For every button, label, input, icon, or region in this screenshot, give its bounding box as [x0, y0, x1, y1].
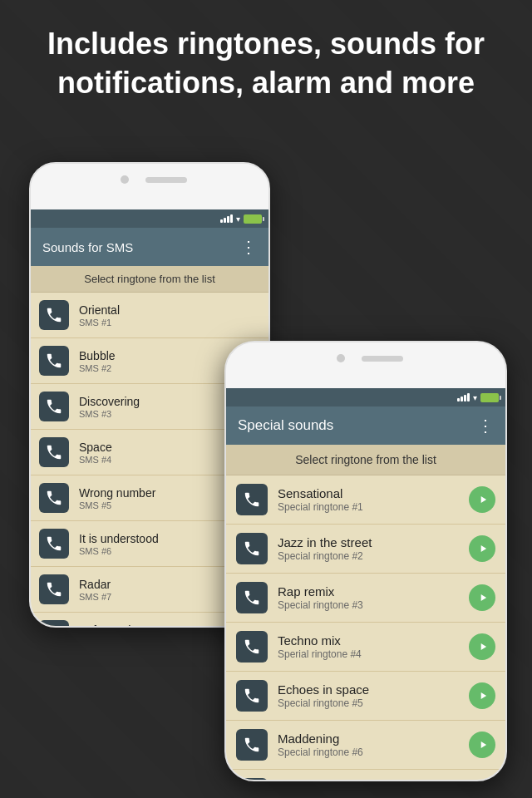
- list-item[interactable]: Oriental SMS #1: [31, 293, 268, 338]
- list-item[interactable]: Jazz in the street Special ringtone #2: [226, 525, 505, 574]
- ringtone-info: Oriental SMS #1: [79, 303, 260, 328]
- phone1-speaker: [145, 177, 187, 183]
- list-item[interactable]: Echoes in space Special ringtone #5: [226, 672, 505, 721]
- ringtone-sub: Sperial ringtone #4: [278, 648, 459, 660]
- phone2-select-label: Select ringtone from the list: [226, 445, 505, 475]
- ringtone-name: Echoes in space: [278, 682, 459, 697]
- ringtone-icon: [39, 300, 69, 330]
- ringtone-name: Creative melody: [278, 781, 459, 781]
- phone2-wifi-icon: ▾: [473, 393, 477, 402]
- ringtone-info: Jazz in the street Special ringtone #2: [278, 535, 459, 562]
- play-button[interactable]: [469, 584, 495, 611]
- ringtone-info: Echoes in space Special ringtone #5: [278, 682, 459, 709]
- phone2-app-title: Special sounds: [238, 417, 333, 434]
- ringtone-name: Sensational: [278, 486, 459, 500]
- ringtone-name: Techno mix: [278, 633, 459, 648]
- ringtone-icon: [236, 631, 268, 663]
- list-item[interactable]: Creative melody Special ringtone #7: [226, 770, 505, 781]
- ringtone-icon: [236, 484, 268, 515]
- phone2-camera: [337, 354, 345, 362]
- ringtone-icon: [39, 392, 69, 421]
- ringtone-info: Maddening Special ringtone #6: [278, 732, 459, 758]
- ringtone-info: Creative melody Special ringtone #7: [278, 781, 459, 781]
- ringtone-sub: Special ringtone #5: [278, 697, 459, 709]
- ringtone-sub: Special ringtone #1: [278, 501, 459, 513]
- phone1-signal-icon: [220, 214, 233, 223]
- phone2-signal-icon: [457, 393, 470, 401]
- phone2-menu-icon[interactable]: ⋮: [477, 416, 494, 436]
- phone1-top-bar: [31, 164, 268, 209]
- ringtone-name: Rap remix: [278, 584, 459, 598]
- list-item[interactable]: Techno mix Sperial ringtone #4: [226, 623, 505, 672]
- ringtone-info: Rap remix Special ringtone #3: [278, 584, 459, 611]
- phone2-app-header: Special sounds ⋮: [226, 406, 505, 445]
- ringtone-icon: [39, 437, 69, 467]
- phone1-menu-icon[interactable]: ⋮: [240, 237, 257, 257]
- ringtone-sub: SMS #1: [79, 318, 260, 328]
- ringtone-sub: Special ringtone #3: [278, 599, 459, 611]
- header-text: Includes ringtones, sounds for notificat…: [0, 25, 532, 103]
- ringtone-icon: [39, 529, 69, 559]
- ringtone-icon: [39, 574, 69, 604]
- phone2: ▾ Special sounds ⋮ Select ringtone from …: [224, 341, 507, 781]
- ringtone-info: Sensational Special ringtone #1: [278, 486, 459, 513]
- play-button[interactable]: [469, 535, 495, 562]
- phone1-battery: [244, 214, 262, 224]
- phone1-status-bar: ▾: [31, 209, 268, 228]
- list-item[interactable]: Rap remix Special ringtone #3: [226, 574, 505, 623]
- phone2-ringtone-list: Sensational Special ringtone #1 Jazz in …: [226, 475, 505, 781]
- play-button[interactable]: [469, 682, 495, 709]
- ringtone-name: Maddening: [278, 732, 459, 746]
- ringtone-sub: Special ringtone #2: [278, 550, 459, 562]
- phone2-top-bar: [226, 342, 505, 388]
- phone2-battery: [480, 393, 499, 402]
- phone1-select-label: Select ringtone from the list: [31, 266, 268, 293]
- ringtone-sub: Special ringtone #6: [278, 746, 459, 758]
- play-button[interactable]: [469, 633, 495, 660]
- play-button[interactable]: [469, 732, 495, 758]
- ringtone-info: Techno mix Sperial ringtone #4: [278, 633, 459, 660]
- ringtone-icon: [236, 582, 268, 613]
- ringtone-icon: [236, 533, 268, 564]
- ringtone-icon: [39, 483, 69, 513]
- phone1-camera: [121, 175, 129, 184]
- list-item[interactable]: Sensational Special ringtone #1: [226, 475, 505, 525]
- ringtone-icon: [39, 346, 69, 376]
- ringtone-icon: [236, 680, 268, 712]
- ringtone-name: Jazz in the street: [278, 535, 459, 549]
- phone1-app-title: Sounds for SMS: [42, 240, 133, 254]
- play-button[interactable]: [469, 486, 495, 513]
- phone1-app-header: Sounds for SMS ⋮: [31, 228, 268, 266]
- ringtone-name: Oriental: [79, 303, 260, 317]
- phone2-speaker: [362, 356, 403, 362]
- ringtone-icon: [236, 729, 268, 761]
- list-item[interactable]: Maddening Special ringtone #6: [226, 721, 505, 770]
- phone2-status-bar: ▾: [226, 388, 505, 406]
- phone1-wifi-icon: ▾: [236, 214, 240, 224]
